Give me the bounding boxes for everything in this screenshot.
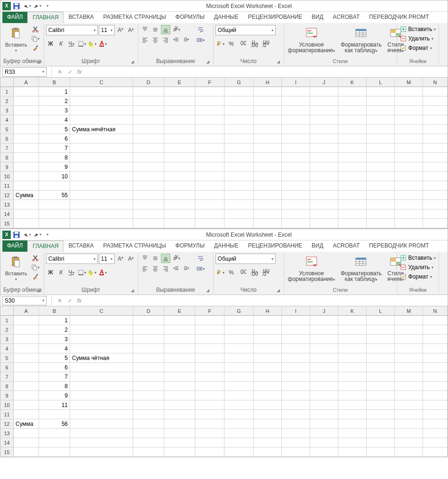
cell[interactable] [164, 353, 195, 363]
cell[interactable] [164, 363, 195, 372]
increase-decimal-icon[interactable]: .0.00 [249, 39, 259, 48]
cell[interactable] [254, 144, 282, 153]
tab-review[interactable]: РЕЦЕНЗИРОВАНИЕ [243, 12, 307, 23]
cell[interactable] [133, 447, 164, 457]
cell[interactable] [195, 429, 224, 438]
cell[interactable] [133, 316, 164, 325]
row-header[interactable]: 14 [0, 438, 14, 447]
cell[interactable] [133, 87, 164, 96]
cell[interactable] [195, 96, 224, 106]
cell[interactable] [133, 419, 164, 429]
decrease-decimal-icon[interactable]: .00.0 [261, 39, 270, 48]
cell[interactable] [14, 410, 39, 419]
cell[interactable] [195, 144, 224, 153]
cell[interactable] [195, 344, 224, 353]
cell[interactable] [367, 200, 395, 209]
row-header[interactable]: 3 [0, 106, 14, 115]
col-header[interactable]: E [164, 78, 195, 87]
col-header[interactable]: F [195, 306, 224, 316]
comma-icon[interactable]: 000 [238, 268, 248, 277]
cell[interactable] [39, 209, 70, 219]
number-format-select[interactable]: Общий▾ [216, 254, 276, 264]
cell[interactable] [282, 209, 310, 219]
cell[interactable] [395, 153, 423, 162]
cell[interactable] [195, 181, 224, 191]
cell[interactable] [282, 219, 310, 228]
cell[interactable] [70, 335, 133, 344]
cell[interactable] [254, 200, 282, 209]
cell[interactable] [395, 400, 423, 410]
cell[interactable] [310, 106, 338, 115]
cell[interactable] [14, 429, 39, 438]
cell[interactable] [70, 372, 133, 382]
cell[interactable] [423, 125, 448, 134]
cell[interactable] [133, 335, 164, 344]
cell[interactable] [133, 353, 164, 363]
cell[interactable] [423, 153, 448, 162]
row-header[interactable]: 9 [0, 162, 14, 172]
cell[interactable] [282, 87, 310, 96]
cell[interactable] [423, 87, 448, 96]
cell[interactable] [164, 410, 195, 419]
cell[interactable] [133, 153, 164, 162]
name-box[interactable]: R33▾ [2, 67, 47, 77]
align-bottom-icon[interactable] [161, 25, 170, 34]
cell[interactable] [195, 172, 224, 181]
cell[interactable] [133, 191, 164, 200]
cell[interactable] [14, 125, 39, 134]
cell[interactable] [164, 429, 195, 438]
cell[interactable] [282, 344, 310, 353]
tab-file[interactable]: ФАЙЛ [2, 12, 27, 23]
cell[interactable] [367, 134, 395, 144]
cell[interactable] [367, 181, 395, 191]
indent-inc-icon[interactable] [182, 35, 191, 45]
cell[interactable] [39, 429, 70, 438]
cell[interactable] [338, 447, 367, 457]
percent-icon[interactable]: % [227, 268, 236, 277]
decrease-decimal-icon[interactable]: .00.0 [261, 268, 270, 277]
cell[interactable] [367, 162, 395, 172]
cell[interactable] [195, 87, 224, 96]
cell[interactable] [282, 335, 310, 344]
cell[interactable]: 6 [39, 363, 70, 372]
cell[interactable] [367, 125, 395, 134]
cell[interactable] [395, 200, 423, 209]
redo-icon[interactable]: ▾ [32, 230, 42, 240]
cell[interactable] [310, 353, 338, 363]
col-header[interactable]: I [282, 78, 310, 87]
cell[interactable] [282, 96, 310, 106]
cell[interactable] [310, 382, 338, 391]
cut-icon[interactable] [31, 25, 40, 33]
cell[interactable] [133, 200, 164, 209]
cell[interactable] [310, 172, 338, 181]
comma-icon[interactable]: 000 [238, 39, 248, 48]
cell[interactable] [367, 87, 395, 96]
cell[interactable] [164, 172, 195, 181]
cell[interactable]: 7 [39, 372, 70, 382]
copy-icon[interactable]: ▾ [31, 263, 40, 271]
cell[interactable] [14, 181, 39, 191]
cell[interactable] [338, 410, 367, 419]
font-launcher-icon[interactable]: ◢ [129, 58, 136, 65]
row-header[interactable]: 6 [0, 134, 14, 144]
cell[interactable] [195, 372, 224, 382]
qat-customize-icon[interactable]: ▾ [43, 230, 52, 240]
cell[interactable]: 3 [39, 106, 70, 115]
fx-icon[interactable]: fx [75, 69, 83, 75]
cell[interactable] [254, 410, 282, 419]
delete-cells-button[interactable]: Удалить ▾ [399, 34, 437, 43]
col-header[interactable]: K [338, 78, 367, 87]
cell[interactable] [310, 400, 338, 410]
tab-insert[interactable]: ВСТАВКА [64, 12, 98, 23]
cell[interactable] [282, 363, 310, 372]
cancel-formula-icon[interactable]: ✕ [55, 295, 65, 306]
cell[interactable] [423, 438, 448, 447]
cell[interactable] [14, 134, 39, 144]
align-launcher-icon[interactable]: ◢ [205, 58, 211, 65]
cell[interactable] [282, 106, 310, 115]
cell[interactable] [254, 447, 282, 457]
cell[interactable] [133, 125, 164, 134]
merge-icon[interactable]: ▾ [196, 264, 205, 273]
cell[interactable] [14, 162, 39, 172]
cell[interactable] [195, 115, 224, 125]
